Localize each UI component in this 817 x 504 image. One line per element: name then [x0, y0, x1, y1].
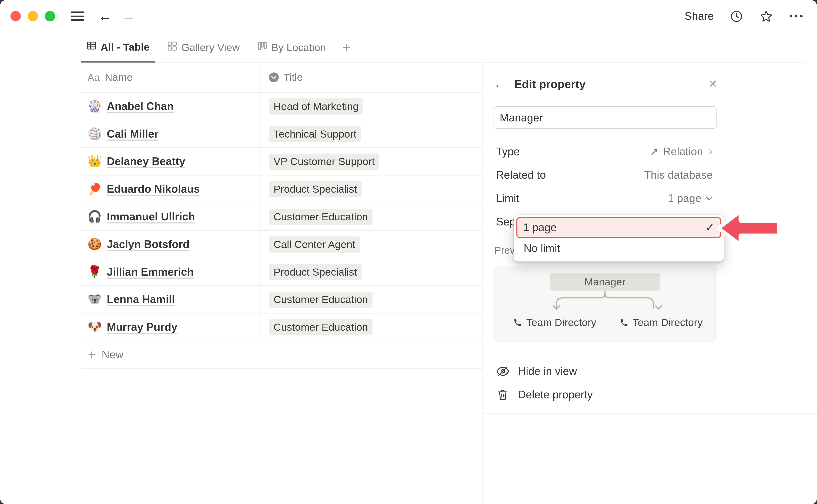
- title-chip: Customer Education: [269, 209, 373, 225]
- sidebar-menu-icon[interactable]: [71, 11, 84, 21]
- property-name-input[interactable]: [493, 106, 717, 129]
- name-cell[interactable]: 🏓 Eduardo Nikolaus: [81, 175, 261, 202]
- panel-divider: [483, 413, 817, 413]
- page-name[interactable]: Jillian Emmerich: [107, 266, 194, 278]
- row-value-text: Relation: [663, 145, 703, 158]
- page-name[interactable]: Eduardo Nikolaus: [107, 183, 200, 195]
- page-name[interactable]: Anabel Chan: [107, 100, 174, 112]
- page-emoji-icon: 🍪: [87, 238, 101, 251]
- row-label: Limit: [496, 192, 519, 204]
- title-cell[interactable]: Call Center Agent: [260, 231, 482, 258]
- phone-icon: [620, 318, 629, 327]
- select-type-icon: [269, 72, 279, 82]
- partial-label: Sep: [496, 215, 516, 228]
- title-cell[interactable]: Technical Support: [260, 120, 482, 147]
- traffic-lights: [10, 11, 55, 21]
- page-emoji-icon: 🎡: [87, 100, 101, 113]
- name-cell[interactable]: 🌹 Jillian Emmerich: [81, 258, 261, 285]
- page-name[interactable]: Jaclyn Botsford: [107, 238, 189, 251]
- page-name[interactable]: Delaney Beatty: [107, 155, 185, 168]
- add-view-button[interactable]: +: [338, 32, 355, 63]
- more-options-icon[interactable]: [789, 14, 804, 18]
- row-value-text: 1 page: [668, 192, 701, 204]
- title-cell[interactable]: Customer Education: [260, 286, 482, 313]
- close-window-button[interactable]: [10, 11, 21, 21]
- titlebar-right: Share: [685, 9, 803, 23]
- back-button[interactable]: ←: [98, 9, 112, 23]
- page-emoji-icon: 🎧: [87, 210, 101, 224]
- updates-clock-icon[interactable]: [730, 9, 744, 23]
- forward-button[interactable]: →: [121, 9, 135, 23]
- delete-property-button[interactable]: Delete property: [496, 384, 593, 405]
- page-emoji-icon: 👑: [87, 155, 101, 168]
- tab-all-table[interactable]: All - Table: [81, 32, 155, 63]
- table-view-icon: [87, 41, 97, 53]
- text-type-icon: Aa: [87, 72, 100, 83]
- panel-back-icon[interactable]: ←: [494, 78, 506, 90]
- dropdown-option-1-page[interactable]: 1 page ✓: [516, 217, 721, 238]
- screenshot-viewport: ← → Share: [0, 0, 817, 504]
- check-icon: ✓: [705, 221, 714, 234]
- name-cell[interactable]: 🐶 Murray Purdy: [81, 313, 261, 340]
- title-cell[interactable]: Head of Marketing: [260, 93, 482, 120]
- tab-by-location[interactable]: By Location: [252, 32, 332, 63]
- new-row-label: New: [102, 348, 124, 361]
- column-header-name[interactable]: Aa Name: [81, 63, 261, 92]
- table-row: 🏓 Eduardo Nikolaus Product Specialist: [81, 175, 482, 203]
- title-cell[interactable]: Customer Education: [260, 313, 482, 340]
- favorite-star-icon[interactable]: [759, 9, 773, 23]
- column-label: Title: [283, 71, 303, 83]
- share-button[interactable]: Share: [685, 10, 714, 23]
- page-name[interactable]: Cali Miller: [107, 128, 158, 140]
- preview-section-label-partial: Prev: [495, 245, 515, 256]
- property-row-limit[interactable]: Limit 1 page: [496, 187, 713, 210]
- new-row-button[interactable]: + New: [81, 341, 482, 369]
- title-chip: Technical Support: [269, 126, 361, 142]
- panel-divider: [483, 357, 817, 357]
- name-cell[interactable]: 🐨 Lenna Hamill: [81, 286, 261, 313]
- panel-close-icon[interactable]: ×: [709, 77, 717, 91]
- title-cell[interactable]: VP Customer Support: [260, 148, 482, 175]
- property-row-related-to[interactable]: Related to This database: [496, 163, 713, 187]
- name-cell[interactable]: 👑 Delaney Beatty: [81, 148, 261, 175]
- name-cell[interactable]: 🏐 Cali Miller: [81, 120, 261, 147]
- phone-icon: [513, 318, 522, 327]
- action-label: Hide in view: [518, 365, 577, 378]
- panel-title: Edit property: [514, 77, 586, 91]
- zoom-window-button[interactable]: [45, 11, 55, 21]
- column-header-title[interactable]: Title: [260, 63, 482, 92]
- name-cell[interactable]: 🎡 Anabel Chan: [81, 93, 261, 120]
- page-emoji-icon: 🐶: [87, 320, 101, 334]
- titlebar: ← → Share: [0, 0, 817, 32]
- table-row: 🏐 Cali Miller Technical Support: [81, 120, 482, 148]
- title-cell[interactable]: Product Specialist: [260, 258, 482, 285]
- title-chip: VP Customer Support: [269, 153, 379, 169]
- page-name[interactable]: Immanuel Ullrich: [107, 210, 195, 223]
- preview-child-page: Team Directory: [513, 317, 596, 329]
- row-label: Type: [496, 145, 520, 158]
- table-row: 🐨 Lenna Hamill Customer Education: [81, 286, 482, 313]
- title-chip: Call Center Agent: [269, 236, 360, 252]
- table-header-row: Aa Name Title: [81, 63, 482, 93]
- title-chip: Head of Marketing: [269, 98, 363, 114]
- minimize-window-button[interactable]: [28, 11, 38, 21]
- name-cell[interactable]: 🍪 Jaclyn Botsford: [81, 231, 261, 258]
- page-name[interactable]: Murray Purdy: [107, 321, 177, 333]
- panel-header: ← Edit property ×: [494, 77, 717, 91]
- row-value-text: This database: [644, 168, 713, 181]
- property-row-type[interactable]: Type ↗ Relation ›: [496, 140, 713, 163]
- page-name[interactable]: Lenna Hamill: [107, 293, 175, 306]
- tab-label: Gallery View: [181, 41, 239, 53]
- option-label: No limit: [524, 242, 560, 255]
- tab-gallery-view[interactable]: Gallery View: [161, 32, 245, 63]
- dropdown-option-no-limit[interactable]: No limit: [516, 238, 721, 259]
- title-chip: Product Specialist: [269, 181, 362, 197]
- hide-in-view-button[interactable]: Hide in view: [496, 361, 577, 382]
- limit-dropdown-menu: 1 page ✓ No limit: [514, 215, 724, 261]
- relation-arrow-icon: ↗: [650, 145, 659, 158]
- title-cell[interactable]: Product Specialist: [260, 175, 482, 202]
- title-cell[interactable]: Customer Education: [260, 203, 482, 230]
- name-cell[interactable]: 🎧 Immanuel Ullrich: [81, 203, 261, 230]
- column-label: Name: [105, 71, 133, 83]
- title-chip: Customer Education: [269, 319, 373, 335]
